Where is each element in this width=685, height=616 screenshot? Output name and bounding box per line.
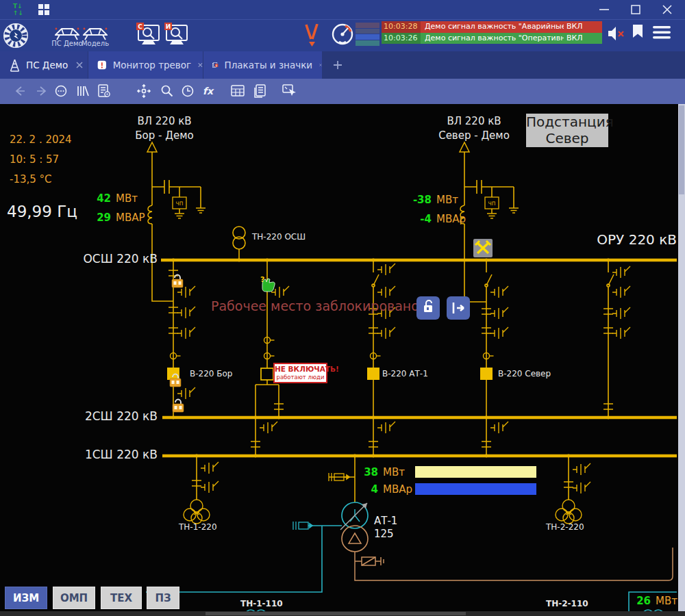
report-icon[interactable]: [97, 84, 111, 98]
select-mode-icon[interactable]: [282, 84, 297, 98]
tab-close-icon[interactable]: [76, 62, 83, 68]
tab-alarm-monitor[interactable]: Монитор тревог: [88, 51, 203, 79]
tab-close-icon[interactable]: [198, 62, 203, 68]
cyan-circuit: [146, 522, 677, 616]
formula-icon[interactable]: fx: [201, 84, 216, 99]
substation-title-box[interactable]: Подстанция Север: [526, 114, 608, 147]
substation-model-icon[interactable]: [83, 25, 108, 41]
maximize-button[interactable]: [626, 0, 645, 19]
feeder-bor-p: 42 МВт: [93, 192, 138, 205]
more-icon[interactable]: [55, 85, 67, 97]
breaker-sever[interactable]: [480, 368, 493, 380]
switch-command-button[interactable]: [447, 296, 470, 320]
breaker-at1[interactable]: [367, 368, 379, 380]
app-logo: [1, 21, 30, 50]
horizontal-scrollbar-thumb[interactable]: [206, 612, 466, 615]
scheme-search-icon[interactable]: С: [135, 21, 162, 49]
alarm-state: ВКЛ: [564, 33, 602, 44]
close-button[interactable]: [658, 0, 677, 19]
junction-dots: [172, 259, 610, 458]
scheme-temperature: -13,5 °C: [10, 173, 52, 185]
busbars: [161, 260, 677, 456]
svg-text:↑↓: ↑↓: [13, 10, 23, 16]
menu-icon[interactable]: [653, 26, 672, 40]
at1-transformer[interactable]: [340, 502, 368, 552]
alarm-row[interactable]: 10:03:26 Демо сигнал важность "Оперативн…: [382, 33, 602, 44]
mode-pz-button[interactable]: ПЗ: [147, 587, 179, 609]
title-bar: Т↓ ↑↓: [0, 0, 685, 19]
new-tab-button[interactable]: [333, 60, 342, 70]
minimize-button[interactable]: [595, 0, 614, 19]
breaker-coupler-open[interactable]: [261, 368, 273, 380]
scheme-date: 22. 2 . 2024: [10, 133, 72, 146]
mode-izm-button[interactable]: ИЗМ: [5, 587, 47, 609]
feeder-bor-q: 29 МВАР: [93, 211, 145, 224]
bookmark-icon[interactable]: [632, 25, 643, 38]
journal-icon[interactable]: [253, 84, 267, 98]
placard-icon: [212, 58, 219, 72]
substation-ps-demo-label[interactable]: ПС Демо: [51, 40, 83, 47]
alarm-message: Демо сигнал важность "Аварийные": [421, 21, 564, 33]
chp-label: ЧП: [488, 201, 496, 207]
legend-bar: [356, 40, 379, 46]
back-icon[interactable]: [14, 85, 26, 97]
gauge-icon[interactable]: [331, 23, 354, 46]
feeder-bor-name: ВЛ 220 кВ Бор - Демо: [116, 114, 212, 143]
tn2-p: 26 МВт: [636, 595, 677, 607]
table-icon[interactable]: [231, 85, 245, 97]
substation-model-label[interactable]: Модель: [80, 40, 110, 47]
alarm-time: 10:03:28: [382, 21, 421, 33]
command-arrow-icon: [453, 303, 464, 313]
zoom-icon[interactable]: [160, 84, 174, 98]
lock-icon[interactable]: [170, 374, 181, 387]
legend-bar: [356, 23, 379, 28]
chp-label: ЧП: [176, 201, 184, 207]
history-icon[interactable]: [181, 84, 195, 98]
vertical-scrollbar-thumb[interactable]: [679, 105, 684, 194]
grid-menu-icon[interactable]: [38, 4, 51, 16]
event-search-icon[interactable]: И: [163, 21, 190, 49]
tab-close-icon[interactable]: [319, 62, 322, 68]
mute-speaker-icon[interactable]: [607, 25, 626, 42]
lock-icon[interactable]: [172, 275, 183, 288]
sort-signals-icon[interactable]: Т↓ ↑↓: [12, 2, 27, 17]
warning-sign[interactable]: НЕ ВКЛЮЧАТЬ! работают люди: [273, 363, 327, 383]
mode-teh-button[interactable]: ТЕХ: [101, 587, 142, 609]
alarm-time: 10:03:26: [382, 33, 421, 44]
horizontal-scrollbar[interactable]: [0, 611, 685, 616]
tab-ps-demo[interactable]: ПС Демо: [0, 51, 88, 79]
feeder-sever-q: -4 МВАр: [406, 213, 466, 225]
layers-icon[interactable]: [77, 85, 89, 97]
tab-placards[interactable]: Плакаты и значки: [203, 51, 322, 79]
tn2-110-label: ТН-2-110: [546, 599, 588, 608]
pan-icon[interactable]: [136, 84, 151, 99]
vertical-scrollbar[interactable]: [678, 104, 685, 611]
tn1-110-label: ТН-1-110: [240, 599, 283, 608]
hand-marker-icon[interactable]: ?: [260, 275, 275, 292]
at1-p-bar: [415, 466, 536, 478]
legend-bar: [356, 34, 379, 40]
tab-label: Монитор тревог: [113, 60, 192, 70]
breaker-bor[interactable]: [167, 368, 179, 380]
unlock-workplace-button[interactable]: [416, 296, 440, 320]
at1-q: 4 МВАр: [363, 483, 412, 496]
bus-2sh-label: 2СШ 220 кВ: [75, 409, 158, 423]
forward-icon[interactable]: [36, 85, 48, 97]
alarm-message: Демо сигнал важность "Оперативное с...: [421, 33, 564, 44]
alarm-row[interactable]: 10:03:28 Демо сигнал важность "Аварийные…: [382, 21, 602, 33]
substation-ps-demo-icon[interactable]: [55, 25, 79, 41]
feeder-sever-p: -38 МВт: [406, 194, 458, 206]
legend-bar: [356, 29, 379, 34]
alarm-flash-icon[interactable]: [304, 24, 321, 47]
badge-letter: И: [166, 23, 171, 30]
alert-icon: [97, 58, 107, 72]
tn220-osh-label: ТН-220 ОСШ: [252, 232, 306, 242]
mode-omp-button[interactable]: ОМП: [53, 587, 95, 609]
tab-bar: ПС Демо Монитор тревог Плакаты: [0, 51, 685, 79]
lock-icon[interactable]: [173, 400, 184, 413]
tab-label: Плакаты и значки: [225, 60, 313, 70]
works-placard-icon[interactable]: [473, 239, 493, 257]
scheme-frequency: 49,99 Гц: [7, 203, 77, 220]
tower-icon: [9, 59, 21, 72]
severity-legend: [356, 23, 379, 46]
